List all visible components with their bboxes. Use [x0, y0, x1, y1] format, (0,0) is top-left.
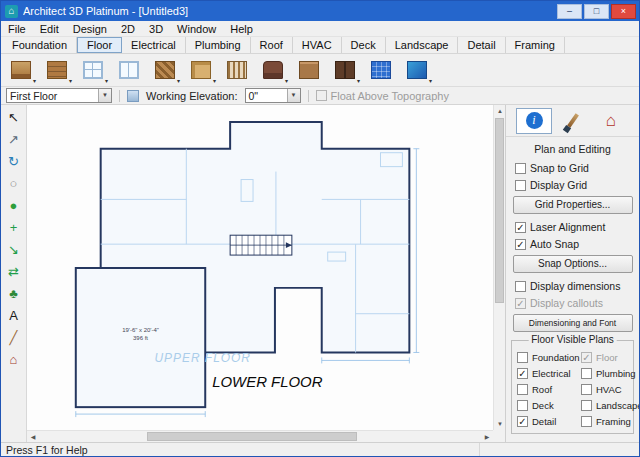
checkbox-snap-to-grid[interactable]: Snap to Grid	[515, 161, 639, 175]
dropdown-arrow-icon: ▾	[429, 78, 432, 84]
camera-house-tool[interactable]: ⌂	[3, 349, 25, 370]
status-section	[479, 443, 639, 456]
cabinet-icon	[11, 61, 31, 79]
eraser-tool[interactable]: ○	[3, 173, 25, 194]
checkbox-display-grid[interactable]: Display Grid	[515, 178, 639, 192]
tab-roof[interactable]: Roof	[251, 37, 293, 53]
checkbox-framing[interactable]: Framing	[581, 415, 635, 428]
dimension-tool[interactable]: ↘	[3, 239, 25, 260]
lower-floor-label: LOWER FLOOR	[212, 373, 322, 390]
vertical-scrollbar[interactable]: ▲ ▼	[493, 105, 505, 430]
tab-deck[interactable]: Deck	[342, 37, 386, 53]
view-3d-button[interactable]: ⌂	[593, 108, 629, 134]
checkbox-display-dimensions[interactable]: Display dimensions	[515, 279, 639, 293]
point-tool[interactable]: ●	[3, 195, 25, 216]
panel-title: Plan and Editing	[506, 137, 639, 158]
close-button[interactable]: ×	[611, 4, 636, 19]
float-above-topography-checkbox[interactable]: Float Above Topography	[316, 89, 449, 103]
dimension-auto-tool[interactable]: ⇄	[3, 261, 25, 282]
text-tool[interactable]: A	[3, 305, 25, 326]
select-tool[interactable]: ↖	[3, 107, 25, 128]
horizontal-scrollbar[interactable]: ◀ ▶	[27, 430, 493, 442]
vertical-scroll-thumb[interactable]	[495, 118, 504, 303]
app-window: ⌂ Architect 3D Platinum - [Untitled3] –□…	[0, 0, 640, 457]
checkbox-laser-alignment[interactable]: Laser Alignment	[515, 220, 639, 234]
dresser-tool[interactable]: ▾	[42, 57, 72, 84]
tab-foundation[interactable]: Foundation	[3, 37, 77, 53]
checkbox-box-icon	[581, 400, 592, 411]
elevation-icon	[127, 90, 139, 102]
tab-floor[interactable]: Floor	[77, 37, 122, 53]
menu-file[interactable]: File	[1, 22, 33, 36]
checkbox-plumbing[interactable]: Plumbing	[581, 367, 635, 380]
room-dimension-line1: 19'-6" x 20'-4"	[122, 327, 159, 333]
horizontal-scroll-thumb[interactable]	[147, 432, 357, 441]
checkbox-label: Framing	[596, 416, 631, 427]
house-icon: ⌂	[606, 112, 616, 129]
tab-electrical[interactable]: Electrical	[122, 37, 186, 53]
scroll-up-icon[interactable]: ▲	[494, 105, 506, 117]
electrical-panel-tool[interactable]	[366, 57, 396, 84]
button-snap-options[interactable]: Snap Options...	[513, 255, 633, 273]
chevron-down-icon[interactable]: ▼	[98, 89, 111, 102]
checkbox-label: Deck	[532, 400, 554, 411]
rotate-tool[interactable]: ↻	[3, 151, 25, 172]
maximize-button[interactable]: □	[584, 4, 609, 19]
tab-plumbing[interactable]: Plumbing	[186, 37, 251, 53]
menu-design[interactable]: Design	[66, 22, 114, 36]
window-tool[interactable]: ▾	[78, 57, 108, 84]
materials-button[interactable]	[555, 108, 591, 134]
cabinet-tool[interactable]: ▾	[6, 57, 36, 84]
wardrobe-tool[interactable]: ▾	[330, 57, 360, 84]
window-tall-tool[interactable]	[114, 57, 144, 84]
plan-editing-button[interactable]: i	[516, 108, 552, 134]
stairs-tool[interactable]: ▾	[150, 57, 180, 84]
window-icon	[83, 61, 103, 79]
checkbox-box-icon	[515, 163, 526, 174]
info-icon: i	[526, 112, 543, 129]
menu-2d[interactable]: 2D	[114, 22, 142, 36]
checkbox-auto-snap[interactable]: Auto Snap	[515, 237, 639, 251]
checkbox-landscape[interactable]: Landscape	[581, 399, 635, 412]
checkbox-box-icon	[517, 368, 528, 379]
checkbox-box-icon	[515, 281, 526, 292]
tab-hvac[interactable]: HVAC	[293, 37, 342, 53]
checkbox-display-callouts[interactable]: Display callouts	[515, 296, 639, 310]
floor-plan-canvas[interactable]: 19'-6" x 20'-4" 396 ft UPPER FLOOR LOWER…	[27, 105, 493, 430]
table-tool[interactable]	[294, 57, 324, 84]
button-dimensioning-and-font-options[interactable]: Dimensioning and Font Options...	[513, 314, 633, 332]
railing-tool[interactable]	[222, 57, 252, 84]
menu-help[interactable]: Help	[223, 22, 260, 36]
button-grid-properties[interactable]: Grid Properties...	[513, 196, 633, 214]
add-tool[interactable]: +	[3, 217, 25, 238]
menu-3d[interactable]: 3D	[142, 22, 170, 36]
door-icon	[191, 61, 211, 79]
checkbox-label: Snap to Grid	[530, 162, 589, 174]
door-tool[interactable]: ▾	[186, 57, 216, 84]
edit-arrow-tool[interactable]: ↗	[3, 129, 25, 150]
floor-select[interactable]: First Floor ▼	[6, 88, 112, 103]
working-elevation-input[interactable]: 0" ▼	[245, 88, 301, 103]
menu-window[interactable]: Window	[170, 22, 223, 36]
hedge-tool[interactable]: ♣	[3, 283, 25, 304]
deck-panel-tool[interactable]: ▾	[402, 57, 432, 84]
checkbox-roof[interactable]: Roof	[517, 383, 577, 396]
separator	[308, 90, 309, 102]
tab-landscape[interactable]: Landscape	[386, 37, 459, 53]
tab-framing[interactable]: Framing	[506, 37, 565, 53]
checkbox-electrical[interactable]: Electrical	[517, 367, 577, 380]
checkbox-foundation[interactable]: Foundation	[517, 351, 577, 364]
ruler-tool[interactable]: ╱	[3, 327, 25, 348]
chevron-down-icon[interactable]: ▼	[287, 89, 300, 102]
tab-detail[interactable]: Detail	[458, 37, 505, 53]
scroll-down-icon[interactable]: ▼	[494, 418, 506, 430]
menu-edit[interactable]: Edit	[33, 22, 66, 36]
scroll-right-icon[interactable]: ▶	[481, 431, 493, 443]
checkbox-floor[interactable]: Floor	[581, 351, 635, 364]
scroll-left-icon[interactable]: ◀	[27, 431, 39, 443]
minimize-button[interactable]: –	[557, 4, 582, 19]
checkbox-hvac[interactable]: HVAC	[581, 383, 635, 396]
checkbox-deck[interactable]: Deck	[517, 399, 577, 412]
sofa-tool[interactable]: ▾	[258, 57, 288, 84]
checkbox-detail[interactable]: Detail	[517, 415, 577, 428]
